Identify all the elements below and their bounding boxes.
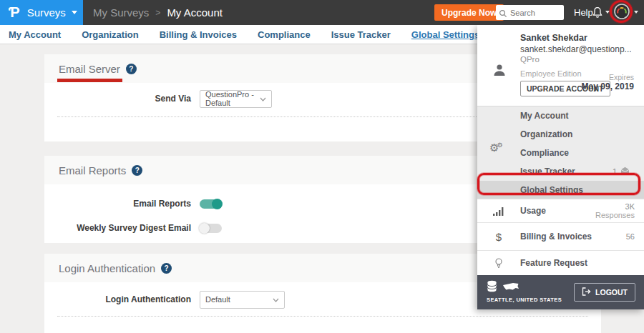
database-icon [487, 280, 497, 295]
avatar-chevron-down-icon[interactable] [634, 11, 638, 14]
panel-stat-rows: Usage 3K Responses $ Billing & Invoices … [477, 199, 644, 275]
usage-value: 3K Responses [595, 202, 635, 219]
email-server-title: Email Server [59, 63, 120, 75]
menu-item-usage[interactable]: Usage 3K Responses [477, 199, 644, 222]
breadcrumb-current: My Account [167, 6, 223, 19]
menu-item-organization[interactable]: Organization [477, 125, 644, 144]
menu-item-my-account[interactable]: My Account [477, 106, 644, 125]
page: Ƥ Surveys My Surveys > My Account Upgrad… [0, 0, 644, 333]
dotted-divider [57, 316, 588, 317]
notifications-bell-icon[interactable] [592, 6, 603, 21]
menu-item-billing-invoices[interactable]: $ Billing & Invoices 56 [477, 222, 644, 250]
weekly-digest-toggle[interactable] [200, 224, 222, 233]
product-switcher[interactable]: Ƥ Surveys [0, 0, 83, 25]
usa-map-icon [502, 282, 519, 295]
lightbulb-icon [477, 258, 520, 269]
bell-chevron-down-icon[interactable] [605, 11, 610, 14]
search-icon [499, 8, 507, 21]
search-input[interactable] [510, 5, 562, 20]
user-name: Sanket Shekdar [520, 33, 587, 43]
login-authentication-label: Login Authentication [44, 294, 191, 304]
search-box[interactable] [496, 5, 564, 20]
tab-issue-tracker[interactable]: Issue Tracker [331, 29, 391, 40]
breadcrumb-separator: > [155, 8, 160, 18]
login-authentication-value: Default [205, 295, 267, 304]
person-icon [492, 63, 507, 80]
weekly-digest-toggle-label: Weekly Survey Digest Email [44, 223, 191, 233]
user-avatar[interactable] [614, 4, 630, 19]
tab-compliance[interactable]: Compliance [258, 29, 311, 40]
top-bar: Ƥ Surveys My Surveys > My Account Upgrad… [0, 0, 644, 25]
email-reports-toggle[interactable] [200, 199, 222, 209]
send-via-label: Send Via [44, 94, 191, 104]
menu-item-global-settings[interactable]: Global Settings [477, 181, 644, 199]
help-icon[interactable]: ? [161, 263, 172, 274]
user-edition: Employee Edition [520, 69, 582, 78]
chevron-down-icon [260, 94, 266, 103]
email-reports-toggle-label: Email Reports [44, 199, 191, 209]
login-authentication-dropdown[interactable]: Default [200, 291, 285, 309]
questionpro-logo-icon: Ƥ [9, 0, 20, 25]
help-link[interactable]: Help [574, 0, 593, 25]
tab-organization[interactable]: Organization [82, 29, 138, 40]
expires-date: May 09, 2019 [582, 81, 634, 91]
chevron-down-icon [72, 11, 77, 14]
help-icon[interactable]: ? [126, 64, 137, 74]
email-reports-title: Email Reports [59, 164, 126, 177]
user-email: sanket.shekdar@questionp... [520, 44, 632, 54]
bar-chart-icon [477, 207, 520, 216]
help-icon[interactable]: ? [132, 165, 142, 176]
login-authentication-title: Login Authentication [59, 262, 155, 274]
user-dropdown-panel: Sanket Shekdar sanket.shekdar@questionp.… [477, 25, 644, 309]
menu-item-compliance[interactable]: Compliance [477, 144, 644, 162]
footer-icons [487, 280, 519, 295]
issue-tracker-badge: 1 [613, 162, 630, 181]
feature-request-label: Feature Request [520, 258, 644, 268]
toggle-knob [212, 199, 223, 209]
open-envelope-icon [620, 162, 630, 181]
chevron-down-icon [273, 295, 279, 304]
breadcrumb-parent[interactable]: My Surveys [93, 6, 149, 19]
tab-my-account[interactable]: My Account [9, 29, 61, 40]
send-via-value: QuestionPro - Default [205, 90, 254, 107]
tab-billing-invoices[interactable]: Billing & Invoices [160, 29, 237, 40]
panel-account-menu: ⚙⚙ My Account Organization Compliance Is… [477, 106, 644, 199]
user-organization: QPro [520, 55, 540, 64]
dollar-icon: $ [477, 231, 520, 243]
logout-icon [582, 287, 591, 297]
panel-user-info: Sanket Shekdar sanket.shekdar@questionp.… [477, 25, 644, 106]
logout-button[interactable]: LOGOUT [574, 283, 635, 302]
tab-global-settings[interactable]: Global Settings [411, 29, 479, 40]
menu-item-feature-request[interactable]: Feature Request [477, 250, 644, 275]
logout-label: LOGOUT [595, 288, 628, 297]
upgrade-now-button[interactable]: Upgrade Now [434, 4, 504, 21]
panel-footer: SEATTLE, UNITED STATES LOGOUT [477, 275, 644, 309]
product-name: Surveys [27, 6, 66, 19]
billing-count: 56 [626, 232, 635, 241]
menu-item-issue-tracker[interactable]: Issue Tracker 1 [477, 162, 644, 181]
issue-tracker-count: 1 [613, 162, 617, 181]
datacenter-location: SEATTLE, UNITED STATES [487, 297, 562, 303]
expires-label: Expires [609, 73, 634, 81]
breadcrumb: My Surveys > My Account [93, 0, 223, 25]
send-via-dropdown[interactable]: QuestionPro - Default [200, 90, 272, 108]
toggle-knob [199, 223, 210, 234]
